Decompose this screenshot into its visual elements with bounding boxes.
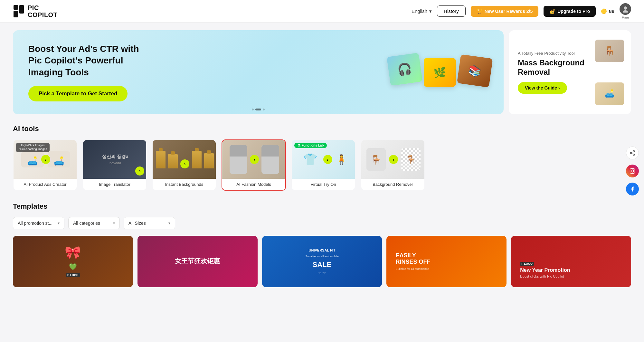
template-card-5[interactable]: P LOGO New Year Promotion Boost clicks w…	[511, 236, 631, 287]
coins-count: 88	[609, 8, 614, 14]
model-figure-2	[261, 145, 279, 174]
templates-section: Templates All promotion st... ▾ All cate…	[13, 202, 631, 287]
header: PICCOPILOT English ▾ History 🏆 New User …	[0, 0, 644, 23]
rewards-button[interactable]: 🏆 New User Rewards 2/5	[471, 6, 538, 17]
tool-label-product-ads: AI Product Ads Creator	[14, 179, 77, 190]
chair-icon-2: 🪑	[406, 155, 416, 164]
template-5-logo: P LOGO	[520, 262, 534, 266]
logo[interactable]: PICCOPILOT	[13, 4, 57, 18]
coins-display: 🟡 88	[601, 8, 614, 14]
sofa-2: 🛋️	[48, 151, 70, 167]
svg-point-12	[633, 169, 634, 170]
banner-image-1: 🎧	[387, 52, 423, 86]
template-card-4[interactable]: EASILYRINSES OFF Suitable for all automo…	[386, 236, 507, 287]
perfume-4	[204, 153, 214, 168]
view-guide-button[interactable]: View the Guide ›	[518, 82, 567, 94]
language-selector[interactable]: English ▾	[412, 8, 432, 14]
instagram-button[interactable]	[626, 165, 639, 177]
tool-label-virtual-try-on: Virtual Try On	[292, 179, 355, 190]
perfume-content: ›	[153, 147, 216, 172]
template-1-logo: P LOGO	[66, 273, 80, 277]
chevron-down-icon: ▾	[429, 8, 432, 14]
tool-card-product-ads[interactable]: High-Click ImagesClick-boosting images 🛋…	[13, 139, 77, 191]
tool-card-fashion-models[interactable]: › AI Fashion Models	[222, 139, 286, 191]
tool-card-instant-backgrounds[interactable]: › Instant Backgrounds	[152, 139, 216, 191]
user-avatar[interactable]: Free	[620, 3, 631, 19]
tool-image-virtual-try-on: ⚗ Functions Lab 👕 › 🧍	[292, 140, 355, 179]
tool-card-virtual-try-on[interactable]: ⚗ Functions Lab 👕 › 🧍 Virtual Try On	[291, 139, 355, 191]
tool-label-image-translator: Image Translator	[83, 179, 146, 190]
templates-title: Templates	[13, 202, 631, 211]
sizes-filter-label: All Sizes	[128, 221, 146, 226]
tool-arrow-5: ›	[323, 155, 332, 164]
tool-card-background-remover[interactable]: 🪑 › 🪑 Background Remover	[361, 139, 425, 191]
side-image-table: 🛋️	[595, 82, 624, 105]
template-3-content: UNIVERSAL FIT Suitable for all automobil…	[267, 241, 377, 282]
template-inner-5: P LOGO New Year Promotion Boost clicks w…	[511, 236, 631, 287]
svg-line-9	[631, 152, 633, 153]
facebook-button[interactable]	[626, 183, 639, 195]
sizes-filter[interactable]: All Sizes ▾	[124, 217, 175, 229]
korean-text: 설산의 풍경a	[102, 154, 128, 160]
dot-2	[255, 109, 261, 110]
tool-label-fashion-models: AI Fashion Models	[222, 179, 285, 190]
side-banner-images: 🪑 🛋️	[595, 30, 627, 114]
dot-3	[263, 109, 265, 110]
tools-grid: High-Click ImagesClick-boosting images 🛋…	[13, 139, 631, 191]
perfume-1	[156, 151, 166, 168]
model-figure-1	[230, 145, 247, 174]
logo-text: PICCOPILOT	[28, 4, 57, 18]
svg-rect-10	[630, 169, 635, 174]
banner-cta-button[interactable]: Pick a Template to Get Started	[28, 86, 128, 101]
categories-filter[interactable]: All categories ▾	[68, 217, 120, 229]
template-5-title: New Year Promotion	[520, 267, 570, 273]
banner-content: Boost Your Ad's CTR with Pic Copilot's P…	[28, 43, 151, 101]
coin-icon: 🟡	[601, 8, 607, 14]
banner-image-cards: 🎧 🌿 📚	[389, 58, 491, 87]
template-inner-1: 🎀 💚 P LOGO	[13, 236, 133, 287]
chair-with-bg: 🪑	[366, 148, 386, 171]
template-card-2[interactable]: 女王节狂欢钜惠	[137, 236, 258, 287]
svg-rect-0	[14, 5, 18, 10]
upgrade-button[interactable]: 👑 Upgrade to Pro	[544, 6, 596, 17]
history-button[interactable]: History	[437, 5, 466, 17]
banner-dots	[252, 109, 265, 110]
template-card-3[interactable]: UNIVERSAL FIT Suitable for all automobil…	[262, 236, 382, 287]
sofa-1: 🛋️	[21, 151, 44, 167]
svg-line-8	[631, 153, 633, 154]
model-content: ›	[222, 140, 286, 179]
tool-label-background-remover: Background Remover	[361, 179, 424, 190]
side-image-chair: 🪑	[595, 40, 624, 62]
tool-arrow-6: ›	[389, 155, 398, 164]
tool-card-image-translator[interactable]: 설산의 풍경a nevada › Image Translator	[82, 139, 147, 191]
template-4-sub: Suitable for all automobile	[395, 267, 429, 271]
avatar-label: Free	[622, 15, 629, 19]
template-4-content: EASILYRINSES OFF Suitable for all automo…	[392, 241, 501, 282]
tool-image-fashion-models: ›	[222, 140, 286, 179]
share-button[interactable]	[626, 147, 639, 159]
crown-icon: 👑	[549, 9, 555, 14]
template-1-decoration: 🎀	[65, 245, 81, 260]
model-with-shirt: 🧍	[336, 154, 347, 165]
svg-point-11	[631, 170, 634, 172]
functions-lab-badge: ⚗ Functions Lab	[294, 143, 327, 148]
banner-image-3: 📚	[457, 54, 493, 87]
banner-image-2: 🌿	[424, 58, 456, 87]
header-right: English ▾ History 🏆 New User Rewards 2/5…	[412, 3, 631, 19]
high-click-badge: High-Click ImagesClick-boosting images	[16, 143, 50, 152]
nevada-text: nevada	[109, 161, 121, 165]
template-card-1[interactable]: 🎀 💚 P LOGO	[13, 236, 133, 287]
tool-arrow-3: ›	[180, 159, 189, 168]
tool-image-product-ads: High-Click ImagesClick-boosting images 🛋…	[14, 140, 77, 179]
chevron-down-icon-2: ▾	[113, 221, 115, 225]
svg-point-6	[630, 152, 632, 154]
template-inner-2: 女王节狂欢钜惠	[137, 236, 258, 287]
tool-label-instant-backgrounds: Instant Backgrounds	[153, 179, 216, 190]
bg-remover-content: 🪑 › 🪑	[361, 140, 425, 179]
template-2-content: 女王节狂欢钜惠	[143, 241, 252, 282]
promotion-filter[interactable]: All promotion st... ▾	[13, 217, 64, 229]
categories-filter-label: All categories	[73, 221, 100, 226]
templates-grid: 🎀 💚 P LOGO 女王节狂欢钜惠	[13, 236, 631, 287]
svg-rect-2	[19, 5, 24, 14]
shirt-image: 👕	[301, 148, 320, 171]
